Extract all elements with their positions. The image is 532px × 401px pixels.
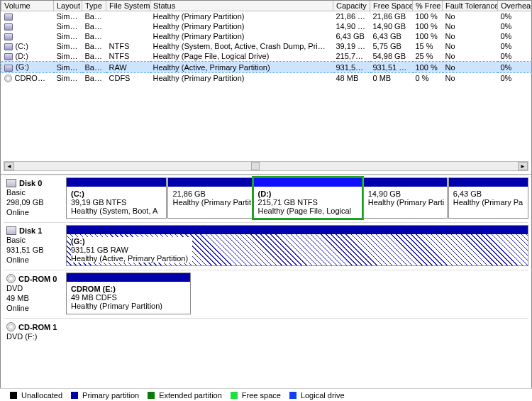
column-header[interactable]: Fault Tolerance	[443, 1, 498, 11]
volume-cell: No	[443, 62, 498, 72]
legend-label: Logical drive	[301, 391, 345, 400]
disk-info[interactable]: Disk 0Basic298,09 GBOnline	[4, 177, 66, 220]
legend-label: Unallocated	[21, 391, 62, 400]
partition[interactable]: 21,86 GBHealthy (Primary Partit	[167, 177, 252, 219]
partition-strip	[66, 321, 528, 344]
column-header[interactable]: Overhead	[498, 1, 532, 11]
partition-body: (D:)215,71 GB NTFSHealthy (Page File, Lo…	[254, 187, 362, 218]
scroll-thumb[interactable]	[251, 162, 260, 170]
volume-cell: No	[443, 41, 498, 51]
scroll-left-button[interactable]: ◄	[4, 162, 14, 170]
cd-icon	[6, 322, 16, 331]
disk-info[interactable]: CD-ROM 0DVD49 MBOnline	[4, 273, 66, 316]
disk-info-line: Basic	[6, 235, 63, 245]
volume-cell: Healthy (Primary Partition)	[150, 72, 333, 83]
column-header[interactable]: File System	[106, 1, 150, 11]
volume-cell: 100 %	[413, 62, 443, 72]
volume-cell: Healthy (Page File, Logical Drive)	[150, 51, 333, 62]
volume-cell: NTFS	[106, 41, 150, 51]
partition-body: 14,90 GBHealthy (Primary Parti	[364, 187, 447, 218]
partition-body: 6,43 GBHealthy (Primary Pa	[449, 187, 528, 218]
volume-cell: No	[443, 21, 498, 31]
table-row[interactable]: (C:)SimpleBasicNTFSHealthy (System, Boot…	[1, 41, 532, 51]
column-header[interactable]: Type	[82, 1, 106, 11]
horizontal-scrollbar[interactable]: ◄ ►	[4, 161, 528, 171]
volume-cell: 54,98 GB	[370, 51, 413, 62]
volume-cell: 931,51 GB	[333, 62, 370, 72]
volume-cell: 39,19 GB	[333, 41, 370, 51]
partition-body: 21,86 GBHealthy (Primary Partit	[168, 187, 251, 218]
partition-size: 39,19 GB NTFS	[71, 198, 162, 207]
volume-cell: 100 %	[413, 31, 443, 41]
column-header[interactable]: Free Space	[370, 1, 413, 11]
table-row[interactable]: (G:)SimpleBasicRAWHealthy (Active, Prima…	[1, 62, 532, 72]
volume-cell: 15 %	[413, 41, 443, 51]
disk-info-line: Basic	[6, 187, 63, 197]
partition-title: (D:)	[258, 189, 358, 198]
partition-status: Healthy (Page File, Logical	[258, 207, 358, 215]
volume-cell: 21,86 GB	[370, 11, 413, 22]
scroll-right-button[interactable]: ►	[518, 162, 528, 170]
partition-color-bar	[449, 178, 528, 187]
disk-row: Disk 1Basic931,51 GBOnline(G:)931,51 GB …	[4, 222, 528, 268]
legend-swatch	[71, 392, 78, 399]
column-header[interactable]: % Free	[413, 1, 443, 11]
table-row[interactable]: (D:)SimpleBasicNTFSHealthy (Page File, L…	[1, 51, 532, 62]
legend-bar: UnallocatedPrimary partitionExtended par…	[0, 388, 532, 401]
legend-label: Free space	[242, 391, 281, 400]
volume-cell: NTFS	[106, 51, 150, 62]
partition[interactable]: 6,43 GBHealthy (Primary Pa	[448, 177, 528, 219]
disk-info-line: 49 MB	[6, 293, 63, 303]
partition-status: Healthy (Primary Parti	[368, 198, 443, 207]
partition[interactable]: CDROM (E:)49 MB CDFSHealthy (Primary Par…	[66, 273, 191, 314]
table-row[interactable]: SimpleBasicHealthy (Primary Partition)21…	[1, 11, 532, 22]
volume-cell: 48 MB	[333, 72, 370, 83]
volume-cell: Healthy (Active, Primary Partition)	[150, 62, 333, 72]
volume-cell: Simple	[54, 41, 82, 51]
column-header[interactable]: Capacity	[333, 1, 370, 11]
volume-cell: 14,90 GB	[370, 21, 413, 31]
column-header[interactable]: Volume	[1, 1, 54, 11]
volume-name: CDROM (E:)	[15, 74, 54, 82]
partition-status: Healthy (Primary Pa	[453, 198, 523, 207]
volume-cell: 0%	[498, 62, 532, 72]
volume-cell: Basic	[82, 72, 106, 83]
table-row[interactable]: SimpleBasicHealthy (Primary Partition)14…	[1, 21, 532, 31]
partition-status: Healthy (Primary Partition)	[71, 302, 186, 310]
disk-row: CD-ROM 1DVD (F:)	[4, 318, 528, 344]
partition-body: CDROM (E:)49 MB CDFSHealthy (Primary Par…	[67, 282, 190, 314]
volume-table[interactable]: VolumeLayoutTypeFile SystemStatusCapacit…	[1, 1, 531, 83]
volume-cell: 100 %	[413, 21, 443, 31]
partition[interactable]: (D:)215,71 GB NTFSHealthy (Page File, Lo…	[253, 177, 362, 219]
disk-icon	[4, 53, 13, 60]
partition[interactable]: (G:)931,51 GB RAWHealthy (Active, Primar…	[66, 225, 528, 266]
volume-cell: 5,75 GB	[370, 41, 413, 51]
disk-title: CD-ROM 0	[18, 275, 57, 283]
scroll-track[interactable]	[14, 162, 518, 170]
column-header[interactable]: Layout	[54, 1, 82, 11]
volume-cell: Simple	[54, 72, 82, 83]
volume-cell: No	[443, 11, 498, 22]
partition[interactable]: (C:)39,19 GB NTFSHealthy (System, Boot, …	[66, 177, 167, 219]
volume-cell: Basic	[82, 51, 106, 62]
partition-body: (G:)931,51 GB RAWHealthy (Active, Primar…	[67, 234, 528, 265]
volume-cell	[106, 21, 150, 31]
column-header[interactable]: Status	[150, 1, 333, 11]
volume-cell: 0%	[498, 41, 532, 51]
table-row[interactable]: CDROM (E:)SimpleBasicCDFSHealthy (Primar…	[1, 72, 532, 83]
disk-info[interactable]: CD-ROM 1DVD (F:)	[4, 321, 66, 344]
volume-cell	[106, 31, 150, 41]
legend-swatch	[148, 392, 155, 399]
partition[interactable]: 14,90 GBHealthy (Primary Parti	[363, 177, 448, 219]
volume-cell: 931,51 GB	[370, 62, 413, 72]
volume-cell: Basic	[82, 62, 106, 72]
volume-cell: Basic	[82, 41, 106, 51]
partition-body: (C:)39,19 GB NTFSHealthy (System, Boot, …	[67, 187, 166, 218]
table-row[interactable]: SimpleBasicHealthy (Primary Partition)6,…	[1, 31, 532, 41]
legend-label: Primary partition	[82, 391, 139, 400]
volume-cell: 0%	[498, 11, 532, 22]
volume-cell: 25 %	[413, 51, 443, 62]
volume-cell: Healthy (Primary Partition)	[150, 31, 333, 41]
disk-info[interactable]: Disk 1Basic931,51 GBOnline	[4, 225, 66, 268]
legend-swatch	[231, 392, 238, 399]
